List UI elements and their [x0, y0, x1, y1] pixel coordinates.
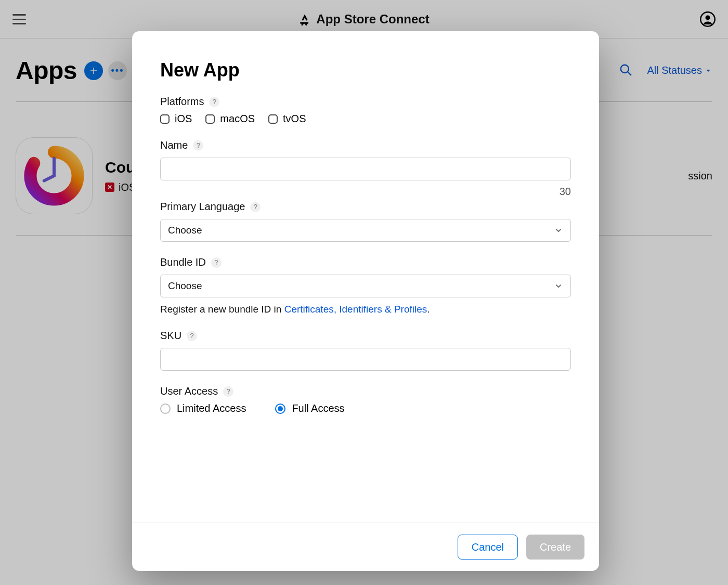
name-label: Name — [160, 139, 188, 151]
create-button[interactable]: Create — [526, 535, 584, 560]
modal-title: New App — [160, 59, 571, 81]
bundle-id-value: Choose — [168, 280, 202, 292]
platform-macos-label: macOS — [220, 113, 255, 125]
platforms-label: Platforms — [160, 96, 204, 108]
name-char-limit: 30 — [160, 186, 571, 198]
primary-language-select[interactable]: Choose — [160, 219, 571, 242]
help-icon[interactable]: ? — [211, 257, 222, 268]
user-access-full-label: Full Access — [292, 402, 344, 414]
platform-ios-checkbox[interactable]: iOS — [160, 113, 192, 125]
platform-tvos-checkbox[interactable]: tvOS — [268, 113, 306, 125]
platform-tvos-label: tvOS — [283, 113, 306, 125]
user-access-label: User Access — [160, 385, 218, 397]
primary-language-value: Choose — [168, 225, 202, 236]
help-icon[interactable]: ? — [250, 202, 261, 212]
platform-macos-checkbox[interactable]: macOS — [205, 113, 255, 125]
bundle-id-select[interactable]: Choose — [160, 275, 571, 297]
sku-label: SKU — [160, 330, 181, 342]
user-access-full-radio[interactable]: Full Access — [275, 402, 344, 414]
new-app-modal: New App Platforms ? iOS macOS tvOS Name … — [132, 31, 599, 571]
bundle-id-hint: Register a new bundle ID in Certificates… — [160, 304, 571, 315]
platform-ios-label: iOS — [175, 113, 192, 125]
name-input[interactable] — [160, 158, 571, 180]
cancel-button[interactable]: Cancel — [458, 535, 518, 560]
sku-input[interactable] — [160, 348, 571, 371]
primary-language-label: Primary Language — [160, 201, 245, 213]
bundle-id-label: Bundle ID — [160, 256, 206, 268]
user-access-limited-label: Limited Access — [177, 402, 246, 414]
help-icon[interactable]: ? — [193, 140, 203, 151]
user-access-limited-radio[interactable]: Limited Access — [160, 402, 246, 414]
help-icon[interactable]: ? — [223, 386, 233, 397]
help-icon[interactable]: ? — [187, 331, 197, 341]
chevron-down-icon — [554, 281, 563, 291]
chevron-down-icon — [554, 226, 563, 235]
help-icon[interactable]: ? — [209, 97, 219, 107]
certificates-link[interactable]: Certificates, Identifiers & Profiles — [284, 304, 427, 315]
